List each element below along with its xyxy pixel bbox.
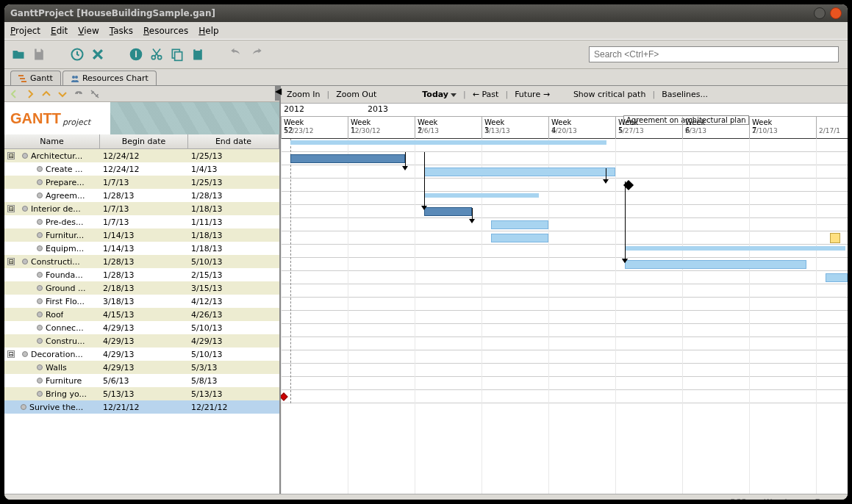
task-name-cell: Furniture: [46, 376, 82, 386]
down-icon[interactable]: [57, 89, 68, 99]
menu-edit[interactable]: Edit: [51, 26, 68, 36]
pane-collapse-handle[interactable]: ◀: [275, 86, 281, 101]
task-row[interactable]: Constru...4/29/134/29/13: [4, 334, 279, 348]
logo-sub: project: [62, 118, 90, 127]
status-errors[interactable]: Errors: [815, 497, 839, 500]
baselines-button[interactable]: Baselines...: [662, 90, 708, 99]
clock-icon[interactable]: [69, 46, 85, 62]
expand-toggle[interactable]: ⊟: [7, 205, 15, 212]
task-row[interactable]: Create ...12/24/121/4/13: [4, 162, 279, 176]
gantt-bar[interactable]: [625, 246, 845, 251]
back-icon[interactable]: [9, 89, 19, 99]
task-name-cell: Walls: [46, 363, 67, 372]
save-icon[interactable]: [31, 46, 47, 62]
gantt-row: [281, 271, 848, 284]
paste-icon[interactable]: [190, 46, 206, 62]
task-row[interactable]: Furnitur...1/14/131/18/13: [4, 228, 279, 242]
task-name-cell: Constructi...: [31, 257, 80, 267]
unlink-icon[interactable]: [90, 89, 100, 99]
gantt-bar[interactable]: [491, 220, 548, 229]
expand-toggle[interactable]: ⊟: [7, 152, 15, 159]
gantt-bar[interactable]: [491, 234, 548, 242]
menu-view[interactable]: View: [78, 26, 99, 36]
gantt-bar[interactable]: [424, 207, 472, 216]
tab-gantt-label: Gantt: [30, 73, 53, 83]
expand-toggle[interactable]: ⊟: [7, 258, 15, 265]
task-row[interactable]: Prepare...1/7/131/25/13: [4, 176, 279, 189]
col-name[interactable]: Name: [4, 134, 100, 148]
task-bullet-icon: [37, 298, 43, 304]
up-icon[interactable]: [41, 89, 51, 99]
critical-path-button[interactable]: Show critical path: [573, 90, 646, 99]
forward-icon[interactable]: [25, 89, 35, 99]
task-row[interactable]: Ground ...2/18/133/15/13: [4, 281, 279, 295]
task-begin-cell: 12/21/12: [101, 403, 190, 412]
undo-icon[interactable]: [228, 46, 244, 62]
past-button[interactable]: ← Past: [473, 90, 499, 99]
gantt-bar[interactable]: [290, 140, 606, 145]
status-warning[interactable]: Warning: [764, 497, 797, 500]
gantt-chart-area[interactable]: [281, 139, 848, 494]
status-rss[interactable]: RSS: [731, 497, 747, 500]
task-row[interactable]: ⊟Decoration...4/29/135/10/13: [4, 348, 279, 361]
task-end-cell: 5/13/13: [190, 389, 279, 399]
zoom-out-button[interactable]: Zoom Out: [336, 90, 376, 99]
menu-project[interactable]: Project: [10, 26, 40, 36]
gantt-bar[interactable]: [424, 168, 615, 176]
task-row[interactable]: Pre-des...1/7/131/11/13: [4, 215, 279, 228]
redo-icon[interactable]: [248, 46, 265, 62]
future-button[interactable]: Future →: [515, 90, 550, 99]
link-icon[interactable]: [74, 89, 84, 99]
expand-toggle[interactable]: ⊟: [7, 350, 15, 358]
task-row[interactable]: Equipm...1/14/131/18/13: [4, 242, 279, 255]
menu-resources[interactable]: Resources: [143, 26, 188, 36]
task-row[interactable]: ⊟Interior de...1/7/131/18/13: [4, 202, 279, 215]
cut-icon[interactable]: [148, 46, 165, 62]
task-row[interactable]: Bring yo...5/13/135/13/13: [4, 387, 279, 400]
copy-icon[interactable]: [169, 46, 185, 62]
week-column: 2/17/1: [816, 117, 817, 139]
menu-help[interactable]: Help: [198, 26, 218, 36]
task-name-cell: Constru...: [46, 336, 85, 346]
col-end[interactable]: End date: [188, 134, 279, 148]
task-row[interactable]: Agreem...1/28/131/28/13: [4, 189, 279, 202]
menu-tasks[interactable]: Tasks: [110, 26, 133, 36]
search-input[interactable]: [589, 46, 839, 62]
task-row[interactable]: ⊟Constructi...1/28/135/10/13: [4, 255, 279, 268]
task-list[interactable]: ⊟Architectur...12/24/121/25/13Create ...…: [4, 149, 279, 494]
titlebar[interactable]: GanttProject [HouseBuildingSample.gan]: [4, 4, 848, 22]
info-icon[interactable]: i: [128, 46, 144, 62]
week-date: 2/3/13: [685, 127, 706, 134]
open-icon[interactable]: [10, 46, 26, 62]
task-name-cell: First Flo...: [46, 297, 85, 306]
today-dropdown[interactable]: Today: [422, 90, 457, 99]
task-name-cell: Roof: [46, 310, 63, 320]
zoom-in-button[interactable]: Zoom In: [287, 90, 320, 99]
task-row[interactable]: Survive the...12/21/1212/21/12: [4, 400, 279, 414]
task-row[interactable]: Walls4/29/135/3/13: [4, 361, 279, 374]
gantt-bar[interactable]: [625, 260, 806, 269]
people-icon: [71, 74, 79, 83]
tab-gantt[interactable]: Gantt: [10, 71, 61, 85]
task-row[interactable]: ⊟Architectur...12/24/121/25/13: [4, 149, 279, 162]
task-row[interactable]: Founda...1/28/132/15/13: [4, 268, 279, 281]
window-title: GanttProject [HouseBuildingSample.gan]: [10, 8, 809, 18]
gantt-bar[interactable]: [290, 154, 405, 163]
note-icon[interactable]: [830, 233, 840, 243]
task-row[interactable]: Furniture5/6/135/8/13: [4, 374, 279, 387]
task-row[interactable]: Roof4/15/134/26/13: [4, 308, 279, 321]
close-button[interactable]: [830, 7, 842, 19]
task-begin-cell: 1/28/13: [101, 270, 190, 280]
task-row[interactable]: First Flo...3/18/134/12/13: [4, 295, 279, 308]
col-begin[interactable]: Begin date: [100, 134, 188, 148]
task-row[interactable]: Connec...4/29/135/10/13: [4, 321, 279, 334]
year-2: 2013: [368, 104, 388, 114]
gantt-bar[interactable]: [826, 273, 848, 282]
tab-resources[interactable]: Resources Chart: [62, 71, 157, 85]
task-name-cell: Create ...: [46, 165, 83, 174]
delete-icon[interactable]: [90, 46, 106, 62]
task-name-cell: Agreem...: [46, 191, 85, 201]
minimize-button[interactable]: [814, 7, 826, 19]
task-end-cell: 12/21/12: [190, 403, 279, 412]
gantt-bar[interactable]: [424, 193, 539, 198]
